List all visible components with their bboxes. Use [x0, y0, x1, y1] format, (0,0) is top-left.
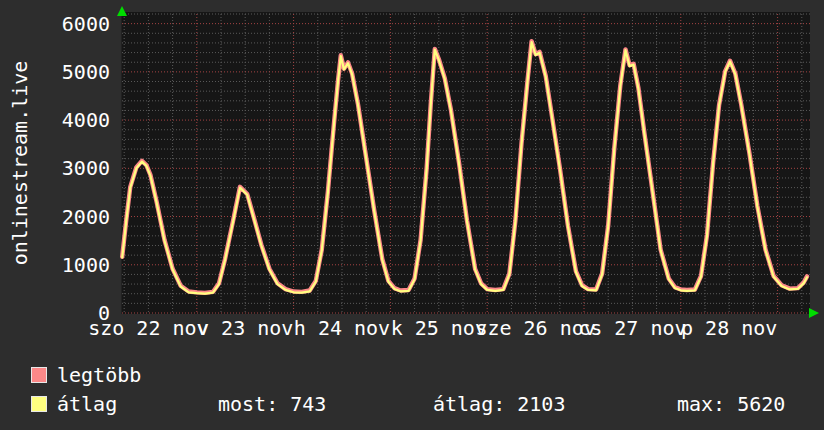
y-tick-label: 2000: [28, 205, 110, 229]
legend-label-atlag: átlag: [57, 393, 117, 415]
stat-most: most: 743: [218, 393, 326, 415]
y-tick-label: 1000: [28, 253, 110, 277]
legend-row-avg: átlag most: 743 átlag: 2103 max: 5620: [0, 393, 824, 415]
stat-atlag: átlag: 2103: [433, 393, 565, 415]
stat-max: max: 5620: [677, 393, 785, 415]
legend-row-max: legtöbb: [0, 364, 824, 386]
x-tick-label: p 28 nov: [634, 317, 824, 339]
y-tick-label: 6000: [28, 12, 110, 36]
legend-swatch-atlag: [31, 396, 47, 412]
y-tick-label: 4000: [28, 108, 110, 132]
legend-label-legtobb: legtöbb: [57, 364, 141, 386]
y-tick-label: 5000: [28, 60, 110, 84]
rrd-graph: onlinestream.live 0100020003000400050006…: [0, 0, 824, 430]
legend-swatch-legtobb: [31, 367, 47, 383]
y-tick-label: 3000: [28, 156, 110, 180]
